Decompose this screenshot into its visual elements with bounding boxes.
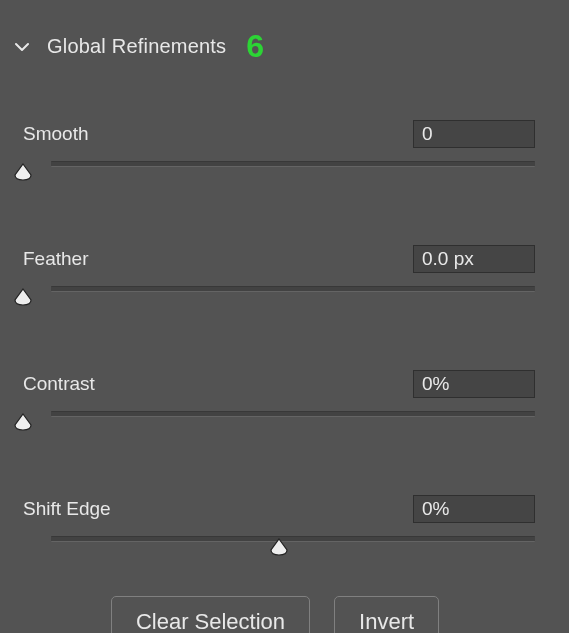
smooth-slider-thumb[interactable] — [13, 163, 33, 181]
feather-slider[interactable] — [23, 286, 535, 310]
section-header: Global Refinements 6 — [15, 28, 535, 65]
button-row: Clear Selection Invert — [15, 596, 535, 633]
contrast-slider[interactable] — [23, 411, 535, 435]
contrast-group: Contrast — [15, 370, 535, 435]
shift-edge-slider-thumb[interactable] — [269, 538, 289, 556]
contrast-label: Contrast — [23, 373, 95, 395]
section-title: Global Refinements — [47, 35, 226, 58]
shift-edge-label: Shift Edge — [23, 498, 111, 520]
shift-edge-group: Shift Edge — [15, 495, 535, 560]
global-refinements-panel: Global Refinements 6 Smooth Feather — [0, 0, 569, 633]
smooth-slider[interactable] — [23, 161, 535, 185]
smooth-label: Smooth — [23, 123, 88, 145]
contrast-value-input[interactable] — [413, 370, 535, 398]
chevron-down-icon[interactable] — [15, 40, 29, 54]
feather-value-input[interactable] — [413, 245, 535, 273]
feather-slider-thumb[interactable] — [13, 288, 33, 306]
feather-label: Feather — [23, 248, 88, 270]
invert-button[interactable]: Invert — [334, 596, 439, 633]
feather-group: Feather — [15, 245, 535, 310]
contrast-slider-thumb[interactable] — [13, 413, 33, 431]
shift-edge-slider[interactable] — [23, 536, 535, 560]
smooth-group: Smooth — [15, 120, 535, 185]
step-badge: 6 — [246, 28, 264, 65]
smooth-value-input[interactable] — [413, 120, 535, 148]
shift-edge-value-input[interactable] — [413, 495, 535, 523]
clear-selection-button[interactable]: Clear Selection — [111, 596, 310, 633]
